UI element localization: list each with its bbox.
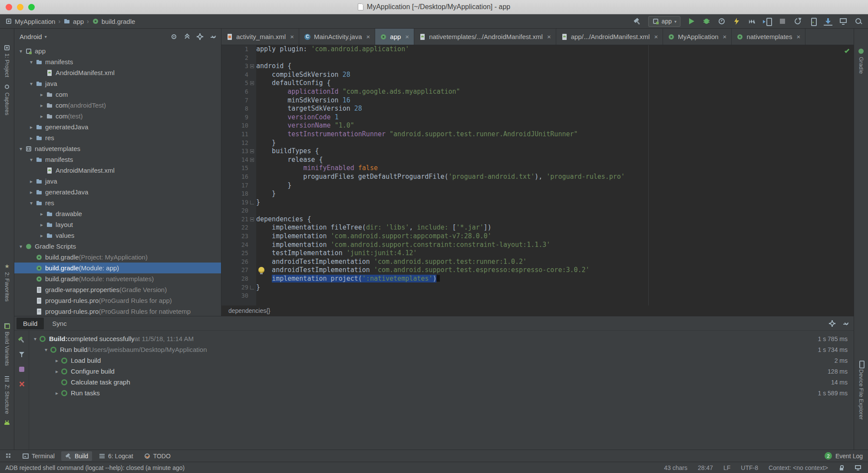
code-line[interactable]: 24 implementation 'com.android.support.c… xyxy=(221,241,854,250)
tree-chevron-icon[interactable]: ▸ xyxy=(38,102,46,108)
close-icon[interactable] xyxy=(18,380,26,388)
tree-chevron-icon[interactable]: ▸ xyxy=(27,124,35,130)
attach-debugger-icon[interactable] xyxy=(763,17,772,26)
code-line[interactable]: 5 defaultConfig { xyxy=(221,79,854,88)
code-line[interactable]: 17 } xyxy=(221,181,854,190)
build-row[interactable]: ▸Load build2 ms xyxy=(31,355,848,366)
tree-item-generatedjava[interactable]: ▸generatedJava xyxy=(14,122,221,132)
tree-item-proguard-rules-pro-proguard-rules-for-nativetemp[interactable]: proguard-rules.pro (ProGuard Rules for n… xyxy=(14,306,221,316)
fold-marker-icon[interactable] xyxy=(250,158,254,162)
tool-button-android[interactable] xyxy=(3,419,10,426)
tree-item-manifests[interactable]: ▾manifests xyxy=(14,154,221,165)
tool-button-build-variants[interactable]: Build Variants xyxy=(3,322,10,366)
fold-marker-icon[interactable] xyxy=(250,149,254,153)
filter-icon[interactable] xyxy=(18,351,26,358)
editor-breadcrumb[interactable]: dependencies{} xyxy=(221,305,854,316)
project-view-selector[interactable]: Android ▾ xyxy=(20,33,47,40)
tree-chevron-icon[interactable]: ▸ xyxy=(27,178,35,184)
debug-icon[interactable] xyxy=(702,17,711,26)
run-configuration-selector[interactable]: app ▾ xyxy=(648,16,680,27)
hide-icon[interactable] xyxy=(842,320,849,327)
code-editor[interactable]: 1apply plugin: 'com.android.application'… xyxy=(221,45,854,305)
tree-chevron-icon[interactable]: ▸ xyxy=(38,92,46,98)
collapse-all-icon[interactable] xyxy=(183,33,191,40)
tree-item-generatedjava[interactable]: ▸generatedJava xyxy=(14,187,221,197)
build-chevron-icon[interactable]: ▾ xyxy=(42,347,50,353)
sync-gradle-icon[interactable] xyxy=(793,17,802,26)
tool-button-2-favorites[interactable]: 2: Favorites xyxy=(3,263,10,302)
tree-item-layout[interactable]: ▸layout xyxy=(14,219,221,230)
code-line[interactable]: 7 minSdkVersion 16 xyxy=(221,96,854,105)
event-log-button[interactable]: 2 Event Log xyxy=(825,452,863,460)
tree-item-build-gradle-module-app[interactable]: build.gradle (Module: app) xyxy=(14,263,221,273)
build-row[interactable]: ▾Build: completed successfully at 11/5/1… xyxy=(31,333,848,344)
fold-marker-icon[interactable] xyxy=(250,286,254,289)
code-line[interactable]: 23 implementation 'com.android.support:a… xyxy=(221,232,854,241)
close-tab-icon[interactable]: × xyxy=(290,33,294,40)
breadcrumb-item-myapplication[interactable]: MyApplication xyxy=(5,18,55,25)
close-tab-icon[interactable]: × xyxy=(547,33,551,40)
code-line[interactable]: 29} xyxy=(221,283,854,292)
code-line[interactable]: 26 androidTestImplementation 'com.androi… xyxy=(221,258,854,266)
close-tab-icon[interactable]: × xyxy=(405,33,409,40)
tree-chevron-icon[interactable]: ▾ xyxy=(27,157,35,163)
options-icon[interactable] xyxy=(18,365,26,373)
build-panel-tab-build[interactable]: Build xyxy=(17,318,44,329)
fold-marker-icon[interactable] xyxy=(250,200,254,204)
code-line[interactable]: 15 minifyEnabled false xyxy=(221,164,854,173)
tree-chevron-icon[interactable]: ▾ xyxy=(17,243,25,250)
close-window-button[interactable] xyxy=(6,4,12,10)
code-line[interactable]: 1apply plugin: 'com.android.application' xyxy=(221,45,854,54)
build-row[interactable]: ▸Configure build128 ms xyxy=(31,366,848,377)
code-line[interactable]: 9 versionCode 1 xyxy=(221,113,854,122)
profile-icon[interactable] xyxy=(717,17,726,26)
fold-marker-icon[interactable] xyxy=(250,217,254,221)
lock-icon[interactable] xyxy=(838,465,845,471)
tree-item-values[interactable]: ▸values xyxy=(14,230,221,241)
tree-chevron-icon[interactable]: ▸ xyxy=(27,135,35,141)
code-line[interactable]: 6 applicationId "com.google.ads.myapplic… xyxy=(221,88,854,96)
tree-item-androidmanifest-xml[interactable]: AndroidManifest.xml xyxy=(14,165,221,176)
tree-item-gradle-wrapper-properties-gradle-version[interactable]: gradle-wrapper.properties (Gradle Versio… xyxy=(14,284,221,295)
tree-chevron-icon[interactable]: ▸ xyxy=(38,222,46,228)
breadcrumb-item-build-gradle[interactable]: build.gradle xyxy=(92,18,135,25)
tree-chevron-icon[interactable]: ▾ xyxy=(27,200,35,206)
tool-button-captures[interactable]: Captures xyxy=(3,83,10,115)
sdk-manager-icon[interactable] xyxy=(824,17,832,26)
code-line[interactable]: 18 } xyxy=(221,190,854,198)
tab-mainactivity-java[interactable]: MainActivity.java× xyxy=(299,29,375,45)
code-line[interactable]: 8 targetSdkVersion 28 xyxy=(221,105,854,113)
code-line[interactable]: 30 xyxy=(221,292,854,300)
locate-icon[interactable] xyxy=(170,33,178,40)
breadcrumb-item-app[interactable]: app xyxy=(63,18,84,25)
code-line[interactable]: 2 xyxy=(221,54,854,62)
build-panel-tab-sync[interactable]: Sync xyxy=(46,318,73,329)
build-row[interactable]: Calculate task graph14 ms xyxy=(31,377,848,388)
tree-item-com[interactable]: ▸com xyxy=(14,89,221,100)
tree-item-build-gradle-project-myapplication[interactable]: build.gradle (Project: MyApplication) xyxy=(14,252,221,263)
close-tab-icon[interactable]: × xyxy=(796,33,800,40)
rerun-build-icon[interactable] xyxy=(18,336,26,344)
tree-item-res[interactable]: ▾res xyxy=(14,197,221,208)
tree-chevron-icon[interactable]: ▾ xyxy=(17,48,25,54)
tree-item-nativetemplates[interactable]: ▾nativetemplates xyxy=(14,143,221,154)
tool-window-button-todo[interactable]: TODO xyxy=(140,451,175,461)
code-line[interactable]: 10 versionName "1.0" xyxy=(221,122,854,130)
code-line[interactable]: 3android { xyxy=(221,62,854,71)
tree-chevron-icon[interactable]: ▸ xyxy=(38,113,46,119)
caret-position[interactable]: 28:47 xyxy=(698,464,713,471)
tab-myapplication[interactable]: MyApplication× xyxy=(663,29,732,45)
code-line[interactable]: 27 androidTestImplementation 'com.androi… xyxy=(221,266,854,275)
search-icon[interactable] xyxy=(854,17,863,26)
avd-manager-icon[interactable] xyxy=(809,17,817,26)
file-encoding[interactable]: UTF-8 xyxy=(741,464,758,471)
tree-item-java[interactable]: ▾java xyxy=(14,78,221,89)
tab-app[interactable]: app× xyxy=(375,29,414,45)
code-line[interactable]: 11 testInstrumentationRunner "android.su… xyxy=(221,130,854,139)
build-row[interactable]: ▾Run build /Users/jweisbaum/Desktop/MyAp… xyxy=(31,344,848,355)
code-line[interactable]: 13 buildTypes { xyxy=(221,147,854,156)
tree-chevron-icon[interactable]: ▾ xyxy=(27,81,35,87)
tree-item-proguard-rules-pro-proguard-rules-for-app[interactable]: proguard-rules.pro (ProGuard Rules for a… xyxy=(14,295,221,306)
tool-button-device-file-explorer[interactable]: Device File Explorer xyxy=(858,360,865,420)
build-row[interactable]: ▸Run tasks1 s 589 ms xyxy=(31,388,848,398)
